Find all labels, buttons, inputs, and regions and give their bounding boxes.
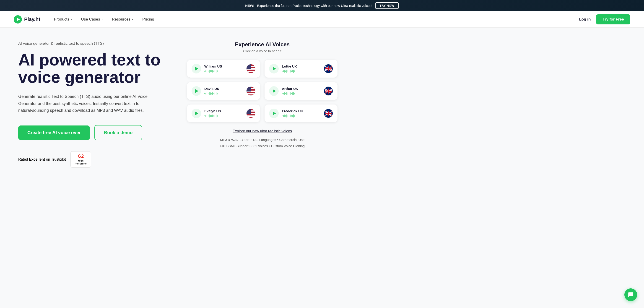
- banner-text: Experience the future of voice technolog…: [257, 4, 372, 8]
- trustpilot-suffix: on Trustpilot: [46, 157, 66, 161]
- g2-line2: Performer: [75, 162, 87, 165]
- hero-title: AI powered text to voice generator: [18, 51, 173, 86]
- play-button[interactable]: [269, 64, 279, 74]
- hero-subtitle: AI voice generator & realistic text to s…: [18, 41, 173, 46]
- try-free-button[interactable]: Try for Free: [596, 14, 630, 25]
- nav-use-cases[interactable]: Use Cases ▾: [81, 17, 103, 22]
- us-flag-icon: [246, 87, 256, 96]
- voices-title: Experience AI Voices: [187, 41, 338, 48]
- voice-card-arthur-uk[interactable]: Arthur UK: [264, 82, 338, 100]
- voice-name: Lottie UK: [282, 64, 321, 68]
- uk-flag-icon: [324, 87, 333, 96]
- explore-voices-link[interactable]: Explore our new ultra realistic voices: [232, 129, 292, 133]
- announcement-banner: NEW! Experience the future of voice tech…: [0, 0, 644, 11]
- login-button[interactable]: Log in: [579, 17, 591, 22]
- voice-card-lottie-uk[interactable]: Lottie UK: [264, 60, 338, 78]
- features-row-2: Full SSML Support • 832 voices • Custom …: [187, 144, 338, 148]
- voices-header: Experience AI Voices Click on a voice to…: [187, 41, 338, 53]
- voices-subtitle: Click on a voice to hear it: [187, 49, 338, 53]
- try-now-button[interactable]: TRY NOW: [375, 2, 399, 9]
- play-button[interactable]: [269, 109, 279, 118]
- voice-name: Arthur UK: [282, 87, 321, 91]
- us-flag-icon: [246, 64, 256, 73]
- chevron-down-icon: ▾: [132, 18, 133, 21]
- g2-logo: G2: [78, 154, 84, 158]
- voice-card-frederick-uk[interactable]: Frederick UK: [264, 105, 338, 122]
- nav-resources-label: Resources: [112, 17, 130, 22]
- chat-bubble-button[interactable]: [624, 288, 637, 301]
- trustpilot-prefix: Rated: [18, 157, 29, 161]
- chevron-down-icon: ▾: [102, 18, 103, 21]
- play-button[interactable]: [192, 86, 201, 96]
- play-button[interactable]: [192, 64, 201, 74]
- chat-icon: [628, 292, 634, 298]
- play-button[interactable]: [269, 86, 279, 96]
- trustpilot-text: Rated Excellent on Trustpilot: [18, 157, 66, 162]
- logo-icon: [14, 15, 22, 24]
- nav-products-label: Products: [54, 17, 69, 22]
- waveform: [282, 114, 321, 118]
- features-row-1: MP3 & WAV Export • 132 Languages • Comme…: [187, 138, 338, 142]
- voice-card-william-us[interactable]: William US: [187, 60, 260, 78]
- uk-flag-icon: [324, 109, 333, 118]
- voice-card-evelyn-us[interactable]: Evelyn US: [187, 105, 260, 122]
- waveform: [204, 92, 243, 96]
- voice-name: Davis US: [204, 87, 243, 91]
- play-button[interactable]: [192, 109, 201, 118]
- hero-section: AI voice generator & realistic text to s…: [0, 28, 644, 308]
- book-demo-button[interactable]: Book a demo: [94, 125, 142, 140]
- nav-use-cases-label: Use Cases: [81, 17, 100, 22]
- waveform: [204, 69, 243, 73]
- hero-description: Generate realistic Text to Speech (TTS) …: [18, 93, 150, 114]
- hero-right: Experience AI Voices Click on a voice to…: [187, 41, 338, 301]
- uk-flag-icon: [324, 64, 333, 73]
- nav-right: Log in Try for Free: [579, 14, 630, 25]
- trustpilot-section: Rated Excellent on Trustpilot G2 High Pe…: [18, 151, 173, 168]
- voices-grid: William USLottie UKDavis USArthur UKEvel…: [187, 60, 338, 122]
- create-voiceover-button[interactable]: Create free AI voice over: [18, 126, 90, 140]
- explore-link: Explore our new ultra realistic voices: [187, 129, 338, 133]
- g2-text: High Performer: [75, 159, 87, 165]
- waveform: [282, 69, 321, 73]
- waveform: [204, 114, 243, 118]
- us-flag-icon: [246, 109, 256, 118]
- hero-left: AI voice generator & realistic text to s…: [18, 41, 173, 301]
- g2-badge: G2 High Performer: [70, 151, 91, 168]
- navbar: Play.ht Products ▾ Use Cases ▾ Resources…: [0, 11, 644, 28]
- nav-links: Products ▾ Use Cases ▾ Resources ▾ Prici…: [54, 17, 579, 22]
- chevron-down-icon: ▾: [71, 18, 72, 21]
- nav-pricing[interactable]: Pricing: [142, 17, 154, 22]
- logo-text: Play.ht: [24, 17, 40, 22]
- trustpilot-excellent: Excellent: [29, 157, 45, 161]
- waveform: [282, 92, 321, 96]
- g2-line1: High: [78, 159, 84, 162]
- nav-pricing-label: Pricing: [142, 17, 154, 22]
- logo[interactable]: Play.ht: [14, 15, 40, 24]
- voice-name: William US: [204, 64, 243, 68]
- voice-card-davis-us[interactable]: Davis US: [187, 82, 260, 100]
- voice-name: Evelyn US: [204, 109, 243, 113]
- nav-products[interactable]: Products ▾: [54, 17, 72, 22]
- banner-new-badge: NEW!: [245, 4, 254, 8]
- voice-name: Frederick UK: [282, 109, 321, 113]
- hero-buttons: Create free AI voice over Book a demo: [18, 125, 173, 140]
- nav-resources[interactable]: Resources ▾: [112, 17, 133, 22]
